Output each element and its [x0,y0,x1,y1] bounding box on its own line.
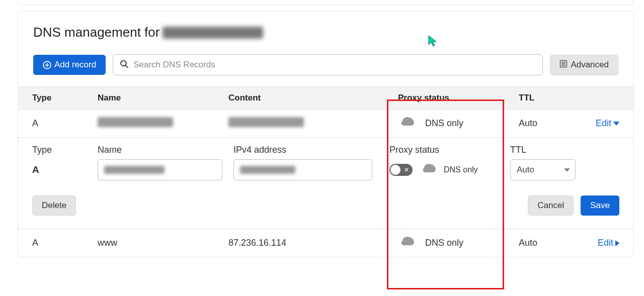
chevron-down-icon [613,122,619,126]
table-header: Type Name Content Proxy status TTL [18,86,633,110]
delete-button[interactable]: Delete [32,195,76,216]
cell-ttl: Auto [519,118,579,129]
advanced-button[interactable]: Advanced [550,55,618,75]
editor-proxy-label: DNS only [444,165,478,174]
table-row: A www 87.236.16.114 DNS only Auto Edit [18,229,633,257]
cloud-off-icon [420,163,437,176]
editor-content-input[interactable] [233,159,372,180]
plus-circle-icon [43,61,51,69]
cell-type: A [32,238,98,248]
editor-label-name: Name [98,145,233,155]
record-editor: Type Name IPv4 address Proxy status TTL … [18,138,633,229]
edit-link[interactable]: Edit [596,118,619,129]
cloud-off-icon [398,117,415,130]
cell-content [228,117,398,130]
col-proxy: Proxy status [398,93,519,103]
editor-type-value: A [32,164,98,175]
list-icon [559,60,568,70]
chevron-down-icon [564,168,570,172]
search-icon [120,60,128,70]
cell-proxy: DNS only [398,117,519,130]
advanced-label: Advanced [571,60,609,70]
editor-label-content: IPv4 address [233,145,384,155]
cloud-off-icon [398,236,415,250]
table-row: A DNS only Auto Edit [18,110,633,138]
editor-label-ttl: TTL [510,145,591,155]
cell-ttl: Auto [519,238,579,248]
cancel-button[interactable]: Cancel [528,195,574,216]
cell-name [98,117,228,130]
domain-name-blurred [163,27,263,39]
toggle-off-icon: ✕ [404,167,409,173]
editor-label-proxy: Proxy status [389,145,510,155]
chevron-right-icon [615,240,619,246]
cell-content: 87.236.16.114 [228,238,398,248]
dns-panel: DNS management for Add record Advanced T… [18,11,634,257]
search-input[interactable] [113,54,543,75]
col-ttl: TTL [519,93,579,103]
add-record-label: Add record [54,60,96,70]
col-type: Type [32,93,98,103]
ttl-select[interactable]: Auto [510,159,576,180]
editor-name-input[interactable] [98,159,222,180]
add-record-button[interactable]: Add record [33,55,106,75]
cell-proxy: DNS only [398,236,519,250]
title-prefix: DNS management for [33,25,159,40]
cell-type: A [32,118,98,129]
cell-name: www [98,238,228,248]
panel-title: DNS management for [33,25,618,40]
proxy-toggle[interactable]: ✕ [389,164,413,176]
col-content: Content [228,93,398,103]
editor-label-type: Type [32,145,98,155]
save-button[interactable]: Save [581,195,619,216]
edit-link[interactable]: Edit [598,238,619,248]
col-name: Name [98,93,228,103]
